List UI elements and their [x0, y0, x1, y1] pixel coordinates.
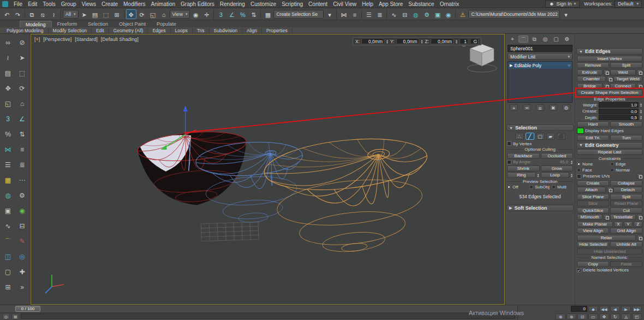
selection-rollout-header[interactable]: ▼ Selection — [506, 125, 574, 131]
object-name-field[interactable]: Sphere001 — [508, 45, 573, 52]
repeat-last-button[interactable]: Repeat Last — [577, 149, 642, 155]
select-and-scale-icon[interactable]: ◱ — [148, 9, 158, 19]
spinner-arrows-icon[interactable]: ▲▼ — [570, 160, 573, 164]
time-slider[interactable]: 0 / 100 — [0, 305, 517, 313]
subobj-radio[interactable]: SubObj — [529, 185, 551, 189]
project-folder-field[interactable]: C:\Users\Murat\Documents\3ds Max 2022 — [468, 10, 560, 19]
select-and-link-icon[interactable]: ∞ — [1, 35, 15, 50]
connect-button[interactable]: Connect — [610, 83, 636, 89]
display-tab-icon[interactable]: ▢ — [551, 35, 561, 43]
ribbon-panel-geometry-all[interactable]: Geometry (All) — [109, 28, 148, 33]
undo-icon[interactable]: ↶ — [2, 9, 12, 19]
ribbon-panel-edit[interactable]: Edit — [92, 28, 109, 33]
render-setup-icon[interactable]: ⚙ — [421, 9, 432, 19]
menu-ornatrix[interactable]: Ornatrix — [437, 1, 462, 7]
slice-plane-button[interactable]: Slice Plane — [577, 194, 609, 200]
chamfer-settings-button[interactable] — [607, 76, 612, 82]
menu-civil-view[interactable]: Civil View — [330, 1, 359, 7]
selection-filter-dropdown[interactable]: All▾ — [63, 10, 79, 19]
zoom-region-icon[interactable]: ▭ — [588, 313, 598, 319]
relax-button[interactable]: Relax — [577, 235, 636, 241]
border-mode-icon[interactable]: ▢ — [536, 133, 545, 140]
menu-customize[interactable]: Customize — [248, 1, 279, 7]
hard-button[interactable]: Hard — [577, 121, 609, 127]
menu-tools[interactable]: Tools — [40, 1, 58, 7]
select-and-manipulate-icon[interactable]: ✛ — [201, 9, 212, 19]
select-and-rotate-icon[interactable]: ⟳ — [15, 81, 29, 96]
y-coordinate-field[interactable]: 0,0mm — [396, 38, 419, 44]
none-radio[interactable]: None — [577, 162, 609, 167]
z-button[interactable]: Z — [634, 221, 642, 227]
select-and-scale-icon[interactable]: ◱ — [1, 97, 15, 111]
x-button[interactable]: X — [614, 221, 623, 227]
menu-rendering[interactable]: Rendering — [217, 1, 248, 7]
spinner-arrows-icon[interactable]: ▲▼ — [640, 115, 642, 120]
tessellate-settings-button[interactable] — [637, 214, 642, 220]
select-object-icon[interactable]: ➤ — [79, 9, 90, 19]
time-slider-handle[interactable]: 0 / 100 — [15, 306, 40, 312]
edit-geometry-rollout-header[interactable]: ▼ Edit Geometry — [576, 142, 643, 149]
quickslice-button[interactable]: QuickSlice — [577, 208, 609, 214]
menu-views[interactable]: Views — [79, 1, 99, 7]
align-icon[interactable]: ≡ — [349, 9, 360, 19]
render-setup-icon[interactable]: ⚙ — [15, 188, 29, 203]
hierarchy-tab-icon[interactable]: ⧉ — [529, 35, 539, 43]
connect-settings-button[interactable] — [637, 83, 642, 89]
menu-group[interactable]: Group — [58, 1, 79, 7]
ribbon-panel-polygon-modeling[interactable]: Polygon Modeling — [2, 28, 49, 33]
bridge-button[interactable]: Bridge — [577, 83, 603, 89]
weight-field[interactable]: 1,0 — [599, 102, 639, 108]
make-planar-button[interactable]: Make Planar — [577, 221, 613, 227]
hide-selected-button[interactable]: Hide Selected — [577, 241, 609, 247]
weld-button[interactable]: Weld — [610, 69, 636, 75]
field-of-view-icon[interactable]: ◬ — [621, 313, 631, 319]
extrude-settings-button[interactable] — [604, 69, 609, 75]
shrink-button[interactable]: Shrink — [507, 165, 540, 171]
chevron-down-icon[interactable]: ▾ — [324, 9, 335, 19]
menu-create[interactable]: Create — [99, 1, 121, 7]
mirror-icon[interactable]: ⋈ — [338, 9, 349, 19]
render-production-icon[interactable]: ◉ — [15, 204, 29, 218]
depth-field[interactable]: 0,5 — [599, 115, 639, 120]
weld-settings-button[interactable] — [637, 69, 642, 75]
split-button[interactable]: Split — [610, 194, 642, 200]
insert-vertex-button[interactable]: Insert Vertex — [577, 56, 642, 62]
menu-edit[interactable]: Edit — [25, 1, 40, 7]
utilities-tab-icon[interactable]: ⚙ — [562, 35, 572, 43]
rendered-frame-window-icon[interactable]: ▣ — [432, 9, 443, 19]
visibility-icon[interactable]: ○ — [568, 63, 570, 68]
spinner-arrows-icon[interactable]: ▲▼ — [421, 39, 424, 44]
tessellate-button[interactable]: Tessellate — [610, 214, 636, 220]
edit-named-selection-sets-icon[interactable]: ▦ — [263, 9, 273, 19]
viewport-menu-general[interactable]: [+] — [34, 37, 40, 42]
split-button[interactable]: Split — [610, 62, 642, 68]
element-mode-icon[interactable]: ⬛ — [557, 133, 565, 140]
rendered-frame-icon[interactable]: ▣ — [1, 204, 15, 218]
y-button[interactable]: Y — [624, 221, 633, 227]
key-mode-toggle-icon[interactable]: ◆ — [588, 306, 598, 312]
ribbon-tab-object-paint[interactable]: Object Paint — [114, 21, 151, 27]
maximize-viewport-toggle-icon[interactable]: ◰ — [632, 313, 642, 319]
unlink-selection-icon[interactable]: ⧅ — [38, 9, 48, 19]
rectangular-selection-icon[interactable]: ⬚ — [15, 66, 29, 81]
delete-isolated-vertices-checkbox[interactable]: ✓Delete Isolated Vertices — [577, 268, 642, 272]
modifier-stack[interactable]: ▶ Editable Poly ○ — [508, 61, 573, 103]
mirror-icon[interactable]: ⋈ — [1, 143, 15, 157]
show-end-result-icon[interactable]: ≍ — [523, 104, 531, 111]
spinner-arrows-icon[interactable]: ▲▼ — [640, 109, 642, 114]
modifier-list-dropdown[interactable]: Modifier List ▾ — [508, 53, 573, 60]
face-radio[interactable]: Face — [577, 168, 609, 173]
array-icon[interactable]: ▦ — [1, 173, 15, 188]
menu-animation[interactable]: Animation — [148, 1, 178, 7]
ribbon-tab-populate[interactable]: Populate — [151, 21, 182, 27]
spacing-tool-icon[interactable]: ⋯ — [15, 173, 29, 188]
smooth-button[interactable]: Smooth — [610, 121, 642, 127]
x-coordinate-field[interactable]: 0,0mm — [361, 38, 384, 44]
selection-lock-toggle-icon[interactable]: ⊠ — [11, 313, 19, 319]
spinner-arrows-icon[interactable]: ▲▼ — [537, 173, 540, 177]
detach-button[interactable]: Detach — [613, 187, 642, 193]
go-to-start-icon[interactable]: ◀◀ — [599, 306, 609, 312]
view-align-button[interactable]: View Align — [577, 228, 609, 234]
schematic-view-icon[interactable]: ⊟ — [399, 9, 410, 19]
loop-button[interactable]: Loop — [541, 172, 570, 178]
